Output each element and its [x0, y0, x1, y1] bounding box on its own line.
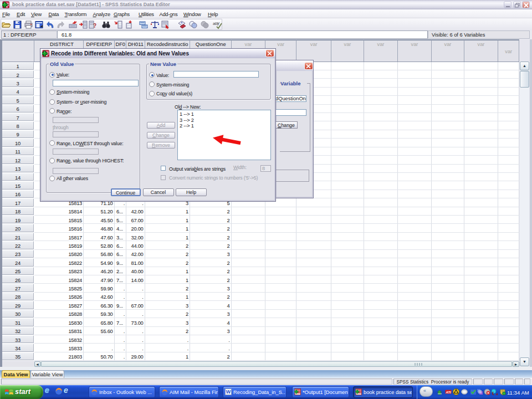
svg-text:?: ?: [93, 23, 96, 29]
svg-text:y: y: [217, 21, 219, 25]
svg-text:ATI: ATI: [446, 391, 452, 394]
